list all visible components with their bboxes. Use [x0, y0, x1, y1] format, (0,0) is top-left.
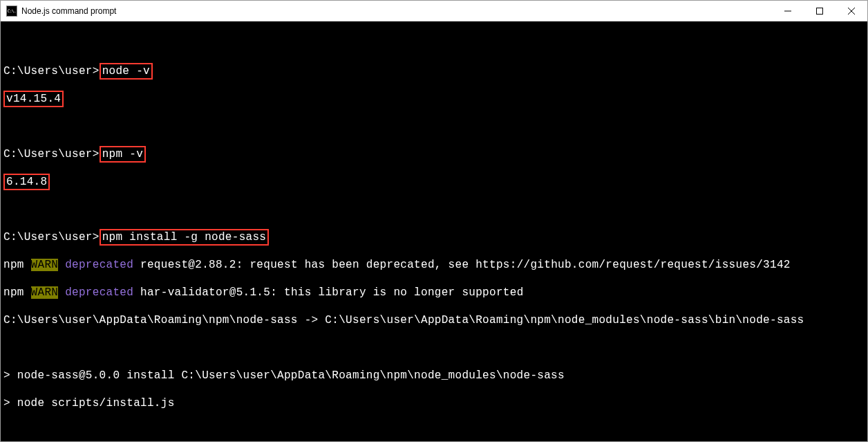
output-line: v14.15.4 [3, 92, 865, 106]
output-line: 6.14.8 [3, 175, 865, 189]
output-line: > node-sass@5.0.0 install C:\Users\user\… [3, 369, 865, 383]
command-highlight: npm -v [100, 146, 146, 163]
warn-message: har-validator@5.1.5: this library is no … [133, 286, 523, 299]
titlebar[interactable]: C:\. Node.js command prompt [1, 1, 867, 21]
warn-badge: WARN [31, 286, 59, 299]
prompt-line: C:\Users\user>node -v [3, 64, 865, 78]
blank-line [3, 424, 865, 438]
warn-badge: WARN [31, 259, 59, 271]
npm-label: npm [3, 259, 31, 271]
minimize-button[interactable] [772, 1, 804, 21]
warn-line: npm WARN deprecated har-validator@5.1.5:… [3, 286, 865, 300]
npm-label: npm [3, 286, 31, 299]
app-icon: C:\. [6, 6, 17, 17]
output-highlight: v14.15.4 [3, 91, 64, 107]
deprecated-label: deprecated [65, 286, 133, 299]
blank-line [3, 341, 865, 355]
svg-rect-1 [817, 8, 823, 14]
warn-line: npm WARN deprecated request@2.88.2: requ… [3, 258, 865, 272]
output-line: > node scripts/install.js [3, 396, 865, 410]
blank-line [3, 120, 865, 133]
blank-line [3, 203, 865, 217]
terminal-output[interactable]: C:\Users\user>node -v v14.15.4 C:\Users\… [1, 21, 867, 441]
app-icon-text: C:\. [8, 8, 16, 13]
window-controls [772, 1, 867, 21]
prompt: C:\Users\user> [3, 65, 100, 77]
close-button[interactable] [836, 1, 867, 21]
output-line: C:\Users\user\AppData\Roaming\npm\node-s… [3, 313, 865, 327]
command-highlight: npm install -g node-sass [100, 229, 270, 246]
warn-message: request@2.88.2: request has been depreca… [133, 259, 791, 271]
blank-line [3, 37, 865, 50]
command-highlight: node -v [100, 63, 153, 80]
output-highlight: 6.14.8 [3, 174, 50, 190]
window-title: Node.js command prompt [21, 6, 772, 16]
prompt: C:\Users\user> [3, 148, 100, 160]
prompt-line: C:\Users\user>npm -v [3, 147, 865, 161]
app-window: C:\. Node.js command prompt C:\Users\use… [0, 0, 868, 442]
maximize-button[interactable] [804, 1, 836, 21]
prompt-line: C:\Users\user>npm install -g node-sass [3, 230, 865, 244]
prompt: C:\Users\user> [3, 231, 100, 243]
deprecated-label: deprecated [65, 259, 133, 271]
